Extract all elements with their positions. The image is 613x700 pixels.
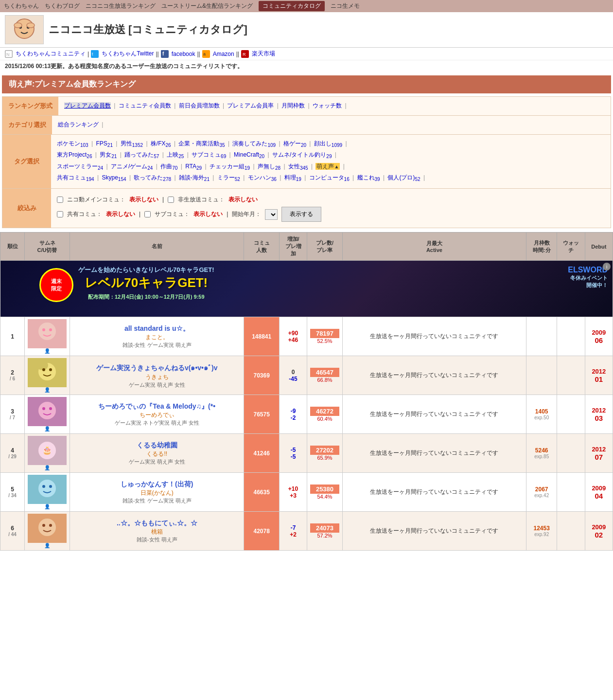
- tag-stock[interactable]: 株/FX26: [151, 140, 171, 147]
- tag-sports[interactable]: スポーツミラー24: [57, 163, 103, 170]
- tag-monhan[interactable]: モンハン36: [248, 174, 277, 181]
- thumb-switcher-1[interactable]: 👤: [28, 348, 67, 354]
- nico-community-link[interactable]: ちくわちゃんコミュニティ: [16, 50, 86, 58]
- nav-ustream[interactable]: ユーストリーム&生配信ランキング: [161, 2, 253, 10]
- twitter-link[interactable]: ちくわちゃんTwitter: [102, 50, 154, 58]
- nav-nico-memo[interactable]: ニコ生メモ: [331, 2, 360, 10]
- thumb-switcher-2[interactable]: 👤: [28, 387, 67, 393]
- header-comm-members: コミュ人数: [244, 233, 279, 261]
- tag-minecraft[interactable]: MineCraft20: [234, 151, 264, 158]
- monthly-4: 生放送をーヶ月間行っていないコミュニティです: [342, 434, 526, 473]
- name-cell-1: all standard is u☆。 まこと。 雑談-女性 ゲーム実況 萌え声: [70, 317, 244, 356]
- nav-blog[interactable]: ちくわブログ: [45, 2, 80, 10]
- streamer-link-2[interactable]: うきょち: [145, 374, 169, 380]
- thumb-switcher-3[interactable]: 👤: [28, 426, 67, 431]
- tag-pro[interactable]: 個人(プロ)52: [387, 174, 420, 181]
- comm-members-5: 46635: [244, 473, 279, 512]
- community-link-5[interactable]: しゅっかなんす！(出荷): [121, 480, 193, 488]
- start-month-select[interactable]: [265, 209, 278, 220]
- streamer-link-6[interactable]: 桃箱: [151, 528, 163, 535]
- name-cell-5: しゅっかなんす！(出荷) 日菜(かなん) 雑談-女性 ゲーム実況 萌え声: [70, 473, 244, 512]
- thumb-1: 👤: [25, 317, 70, 356]
- tag-fighter[interactable]: 格ゲー20: [283, 140, 306, 147]
- tag-sing[interactable]: 歌ってみた278: [134, 174, 171, 181]
- checkbox-nonlive[interactable]: [168, 197, 174, 203]
- tag-subcomm[interactable]: サブコミュ69: [192, 151, 226, 158]
- tag-touhou[interactable]: 東方Project26: [57, 151, 92, 158]
- checkbox-sharedcomm[interactable]: [57, 211, 63, 217]
- tag-cooking[interactable]: 料理19: [284, 174, 301, 181]
- debut-6: 2009 02: [585, 512, 613, 551]
- rank-prev-day-increase[interactable]: 前日会員増加数: [179, 102, 220, 109]
- tag-female[interactable]: 女性345: [288, 163, 308, 170]
- streamer-link-5[interactable]: 日菜(かなん): [140, 489, 174, 496]
- rank-3: 3 / 7: [0, 395, 25, 434]
- tag-skype[interactable]: Skype154: [102, 174, 126, 181]
- increase-2: 0 -45: [279, 356, 307, 395]
- svg-point-34: [49, 485, 52, 488]
- svg-text:a: a: [203, 52, 206, 56]
- tag-rta[interactable]: RTA29: [185, 163, 202, 170]
- site-title: ニコニコ生放送 [コミュニティカタログ]: [49, 22, 247, 37]
- svg-point-18: [49, 328, 52, 331]
- nav-community-catalog[interactable]: コミュニティカタログ: [259, 1, 325, 11]
- checkbox-nicomaincomm[interactable]: [57, 197, 63, 203]
- table-row: 2 / 6 👤 ゲーム実況うきょちゃんねるv(๑•v•๑ﾞ)v うきょち ゲーム…: [0, 356, 613, 395]
- tag-face[interactable]: 顔出し1099: [314, 140, 342, 147]
- tag-moe-voice[interactable]: 萌え声▲: [315, 163, 340, 170]
- rank-watch[interactable]: ウォッチ数: [313, 102, 342, 109]
- rank-premium-rate[interactable]: プレミアム会員率: [227, 102, 274, 109]
- rankings-table: 順位 サムネC/U切替 名前 コミュ人数 増加/プレ増加 プレ数/プレ率 月最大…: [0, 232, 613, 551]
- tag-shared[interactable]: 共有コミュ194: [57, 174, 94, 181]
- tag-pokemon[interactable]: ポケモン103: [57, 140, 88, 147]
- display-button[interactable]: 表示する: [281, 207, 321, 222]
- facebook-link[interactable]: facebook: [172, 51, 195, 57]
- tag-compose[interactable]: 作曲70: [160, 163, 177, 170]
- thumb-switcher-6[interactable]: 👤: [28, 543, 67, 548]
- filters-section: ランキング形式 プレミアム会員数 | コミュニティ会員数 | 前日会員増加数 |…: [2, 96, 611, 228]
- community-link-4[interactable]: くるる幼稚園: [137, 441, 177, 449]
- increase-6: -7 +2: [279, 512, 307, 551]
- tag-checker[interactable]: チェッカー組19: [210, 163, 250, 170]
- tag-fps[interactable]: FPS21: [96, 140, 113, 147]
- tag-dance[interactable]: 踊ってみた57: [124, 151, 159, 158]
- tag-performance[interactable]: 演奏してみた109: [232, 140, 276, 147]
- tag-male[interactable]: 男性1352: [121, 140, 143, 147]
- category-all[interactable]: 総合ランキング: [58, 121, 99, 128]
- nav-nico-ranking[interactable]: ニコニコ生放送ランキング: [86, 2, 156, 10]
- tag-kancolle[interactable]: 艦これ39: [357, 174, 380, 181]
- tag-computer[interactable]: コンピュータ16: [309, 174, 350, 181]
- streamer-link-4[interactable]: くるる!!: [146, 450, 167, 457]
- thumb-switcher-5[interactable]: 👤: [28, 504, 67, 509]
- tag-mixed[interactable]: 男女21: [100, 151, 117, 158]
- comm-members-4: 41246: [244, 434, 279, 473]
- debut-2: 2012 01: [585, 356, 613, 395]
- tags-content: ポケモン103 | FPS21 | 男性1352 | 株/FX26 | 企業・商…: [51, 135, 611, 188]
- community-link-6[interactable]: ..☆。☆ももにてぃ.☆。☆: [117, 519, 197, 527]
- tag-thumbnail[interactable]: サムネ/タイトル釣り29: [272, 151, 332, 158]
- community-link-2[interactable]: ゲーム実況うきょちゃんねるv(๑•v•๑ﾞ)v: [96, 364, 218, 372]
- tag-talk-overseas[interactable]: 雑談-海外21: [179, 174, 210, 181]
- header-debut: Debut: [585, 233, 613, 261]
- tag-mirror[interactable]: ミラー52: [217, 174, 240, 181]
- narrow-label: 絞込み: [2, 189, 51, 228]
- tag-screening[interactable]: 上映25: [167, 151, 184, 158]
- community-link-1[interactable]: all standard is u☆。: [124, 324, 190, 332]
- thumb-switcher-4[interactable]: 👤: [28, 465, 67, 470]
- nav-chikuwa[interactable]: ちくわちゃん: [4, 2, 39, 10]
- tag-business[interactable]: 企業・商業活動35: [178, 140, 225, 147]
- ad-cell: 週末 限定 ゲームを始めたらいきなりレベル70キャラGET! レベル70キャラG…: [0, 261, 613, 317]
- rank-community-members[interactable]: コミュニティ会員数: [119, 102, 171, 109]
- streamer-link-3[interactable]: ちーめろでぃ: [140, 412, 175, 418]
- checkbox-subcomm[interactable]: [144, 211, 151, 217]
- site-header: ニコニコ生放送 [コミュニティカタログ]: [0, 12, 613, 48]
- rank-premium-members[interactable]: プレミアム会員数: [64, 102, 111, 109]
- streamer-link-1[interactable]: まこと。: [145, 334, 169, 341]
- tag-animegame[interactable]: アニメ/ゲーム24: [111, 163, 153, 170]
- amazon-link[interactable]: Amazon: [213, 51, 234, 57]
- community-link-3[interactable]: ちーめろでぃの『Tea & Melody♫』(*•: [98, 402, 215, 410]
- ad-info-icon[interactable]: i: [603, 263, 611, 270]
- rank-monthly-frames[interactable]: 月間枠数: [281, 102, 305, 109]
- tag-voiceless[interactable]: 声無し28: [258, 163, 280, 170]
- rakuten-link[interactable]: 楽天市場: [252, 50, 275, 58]
